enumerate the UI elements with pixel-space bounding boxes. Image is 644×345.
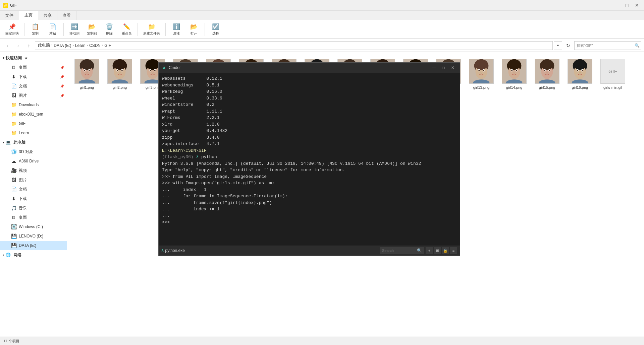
copy-btn[interactable]: 📋 复制	[27, 21, 43, 38]
pin-indicator4: 📌	[60, 94, 64, 97]
open-icon: 📂	[190, 23, 198, 30]
sidebar-item-dl[interactable]: ⬇ 下载	[0, 194, 67, 203]
terminal-status-buttons: + ⊞ 🔒 ≡	[426, 247, 457, 254]
paste-label: 粘贴	[49, 31, 56, 36]
term-add-btn[interactable]: +	[426, 247, 433, 254]
search-icon[interactable]: 🔍	[633, 42, 641, 50]
terminal-window[interactable]: λ Cmder — □ ✕ webassets 0.12.1webencodin…	[158, 62, 460, 256]
svg-point-14	[113, 59, 126, 70]
newfolder-btn[interactable]: 📁 新建文件夹	[141, 21, 163, 38]
file-item[interactable]: girl14.png	[499, 57, 529, 92]
properties-btn[interactable]: ℹ️ 属性	[168, 21, 184, 38]
term-split-btn[interactable]: ⊞	[434, 247, 441, 254]
sidebar-item-ebox[interactable]: 📁 ebox001_tem	[0, 110, 67, 119]
file-name-label: girl1.png	[80, 85, 94, 90]
quick-access-header[interactable]: ▾ 快速访问 ★	[0, 53, 67, 63]
search-box[interactable]: 🔍	[574, 41, 641, 50]
sidebar-item-music[interactable]: 🎵 音乐	[0, 203, 67, 213]
select-btn[interactable]: ☑️ 选择	[208, 21, 224, 38]
minimize-button[interactable]: —	[612, 1, 621, 10]
terminal-close[interactable]: ✕	[448, 64, 457, 71]
paste-btn[interactable]: 📄 粘贴	[45, 21, 61, 38]
sidebar-item-d[interactable]: 💾 LENOVO (D:)	[0, 231, 67, 241]
terminal-output-line: wrapt 1.11.1	[162, 108, 457, 115]
sidebar-item-desktopc[interactable]: 🖥 桌面	[0, 213, 67, 222]
sidebar-label-desktopc: 桌面	[19, 215, 27, 220]
terminal-process: python.exe	[165, 248, 378, 253]
svg-point-30	[152, 72, 153, 73]
window-title: GIF	[10, 3, 17, 8]
sidebar-item-document[interactable]: 📄 文档	[0, 185, 67, 194]
pics-icon: 🖼	[11, 93, 17, 98]
terminal-output-line: webassets 0.12.1	[162, 75, 457, 82]
file-item[interactable]: girl15.png	[532, 57, 562, 92]
terminal-body[interactable]: webassets 0.12.1webencodings 0.5.1Werkze…	[159, 73, 460, 246]
address-dropdown[interactable]: ▾	[554, 41, 562, 50]
close-button[interactable]: ✕	[633, 1, 641, 10]
sidebar-item-3d[interactable]: 🧊 3D 对象	[0, 147, 67, 156]
svg-point-28	[150, 70, 151, 71]
terminal-minimize[interactable]: —	[430, 64, 438, 71]
rename-btn[interactable]: ✏️ 重命名	[119, 21, 135, 38]
video-icon: 🎥	[11, 168, 17, 173]
rename-icon: ✏️	[123, 23, 130, 30]
terminal-command-line: (flask_py36) λ python	[162, 154, 457, 160]
refresh-button[interactable]: ↻	[564, 41, 573, 50]
network-label: 网络	[13, 252, 21, 258]
select-icon: ☑️	[212, 23, 219, 30]
search-input[interactable]	[575, 42, 633, 50]
terminal-python-hint: Type "help", "copyright", "credits" or "…	[162, 167, 457, 174]
svg-point-19	[119, 72, 120, 73]
terminal-search-box[interactable]: 🔍	[380, 247, 424, 254]
thispc-header[interactable]: ▾ 💻 此电脑	[0, 138, 67, 147]
file-item[interactable]: girl16.png	[565, 57, 595, 92]
sidebar-item-xiazai[interactable]: ⬇ 下载 📌	[0, 72, 67, 81]
file-name-label: girl15.png	[539, 85, 555, 90]
move-label: 移动到	[69, 31, 79, 36]
move-btn[interactable]: ➡️ 移动到	[66, 21, 83, 38]
term-lock-btn[interactable]: 🔒	[442, 247, 449, 254]
sidebar-item-video[interactable]: 🎥 视频	[0, 166, 67, 175]
file-item[interactable]: girl2.png	[105, 57, 135, 92]
file-item[interactable]: GIF girls-min.gif	[598, 57, 628, 92]
delete-btn[interactable]: 🗑️ 删除	[101, 21, 117, 38]
sidebar-item-c[interactable]: 💽 Windows (C:)	[0, 222, 67, 231]
tab-view[interactable]: 查看	[57, 11, 76, 20]
file-item[interactable]: girl1.png	[72, 57, 102, 92]
sidebar-item-desktop[interactable]: 🖥 桌面 📌	[0, 63, 67, 72]
forward-button[interactable]: ›	[13, 41, 23, 50]
copyto-btn[interactable]: 📂 复制到	[84, 21, 100, 38]
sidebar-item-docs[interactable]: 📄 文档 📌	[0, 81, 67, 91]
sidebar-item-images[interactable]: 🖼 图片	[0, 175, 67, 185]
svg-point-7	[89, 70, 90, 71]
sidebar-item-pics[interactable]: 🖼 图片 📌	[0, 91, 67, 100]
terminal-search-icon[interactable]: 🔍	[417, 248, 422, 253]
terminal-title-left: λ Cmder	[161, 65, 181, 70]
network-header[interactable]: ▸ 🌐 网络	[0, 250, 67, 260]
tab-home[interactable]: 主页	[19, 11, 38, 20]
up-button[interactable]: ↑	[24, 41, 34, 50]
tab-share[interactable]: 共享	[38, 11, 57, 20]
file-item[interactable]: girl13.png	[466, 57, 496, 92]
paste-icon: 📄	[49, 23, 56, 30]
terminal-search-input[interactable]	[382, 249, 416, 253]
open-btn[interactable]: 📂 打开	[186, 21, 202, 38]
maximize-button[interactable]: □	[623, 1, 631, 10]
terminal-maximize[interactable]: □	[439, 64, 448, 71]
tab-file[interactable]: 文件	[0, 11, 19, 20]
newfolder-label: 新建文件夹	[143, 31, 160, 36]
delete-icon: 🗑️	[106, 23, 113, 30]
back-button[interactable]: ‹	[3, 41, 12, 50]
address-path[interactable]: 此电脑 › DATA (E:) › Learn › CSDN › GIF	[35, 41, 553, 50]
sidebar-item-downloads[interactable]: 📁 Downloads	[0, 100, 67, 110]
file-thumbnail	[568, 59, 592, 84]
sidebar-item-gif[interactable]: 📁 GIF	[0, 119, 67, 128]
copy-label: 复制	[32, 31, 39, 36]
download-icon: ⬇	[11, 74, 17, 79]
sidebar-item-e[interactable]: 💾 DATA (E:)	[0, 241, 67, 250]
pin-btn[interactable]: 📌 固定到快	[3, 21, 21, 38]
term-menu-btn[interactable]: ≡	[450, 247, 457, 254]
sidebar-item-learn[interactable]: 📁 Learn	[0, 128, 67, 138]
sidebar-label-e: DATA (E:)	[19, 243, 36, 248]
sidebar-item-a360[interactable]: ☁ A360 Drive	[0, 156, 67, 166]
